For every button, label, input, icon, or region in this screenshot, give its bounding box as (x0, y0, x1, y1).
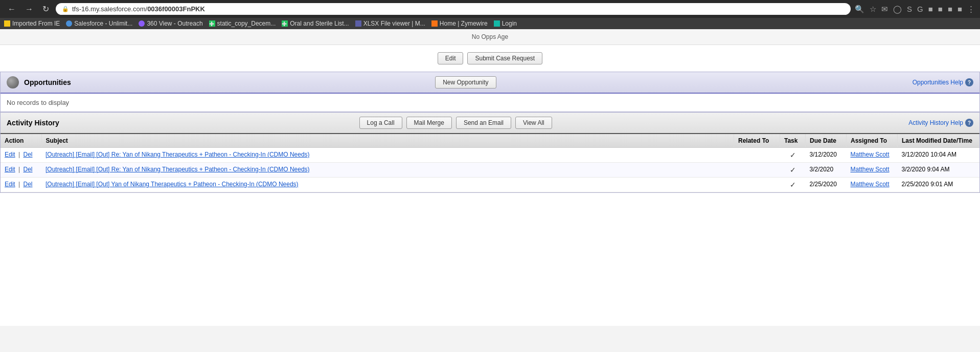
del-link[interactable]: Del (24, 181, 33, 188)
row-due-date: 2/25/2020 (806, 178, 847, 192)
new-opportunity-button[interactable]: New Opportunity (435, 76, 496, 89)
assigned-to-link[interactable]: Matthew Scott (851, 181, 890, 188)
row-subject: [Outreach] [Email] [Out] Yan of Nikang T… (41, 178, 734, 192)
col-header-subject: Subject (41, 134, 734, 148)
action-separator: | (18, 151, 20, 158)
bookmark-360view[interactable]: 360 View - Outreach (139, 20, 202, 27)
bookmark-icon-imported (4, 20, 10, 27)
action-buttons-section: Edit Submit Case Request (0, 45, 980, 72)
log-call-button[interactable]: Log a Call (359, 117, 402, 129)
task-checkmark: ✓ (790, 151, 796, 159)
opportunities-body: No records to display (1, 94, 979, 112)
address-bar[interactable]: 🔒 tfs-16.my.salesforce.com/0036f00003FnP… (56, 3, 851, 15)
subject-link[interactable]: [Outreach] [Email] [Out] Yan of Nikang T… (45, 181, 299, 188)
table-row: Edit | Del [Outreach] [Email] [Out] Yan … (1, 178, 979, 192)
bookmark-zymewire[interactable]: Home | Zymewire (431, 20, 488, 27)
no-records-text: No records to display (7, 99, 69, 106)
ext-icon-3[interactable]: ■ (948, 5, 952, 14)
back-button[interactable]: ← (5, 4, 18, 15)
action-separator: | (18, 181, 20, 188)
assigned-to-link[interactable]: Matthew Scott (851, 166, 890, 173)
top-bar: No Opps Age (0, 29, 980, 45)
bookmark-static-copy[interactable]: ✚ static_copy_Decem... (209, 20, 276, 27)
url-display: tfs-16.my.salesforce.com/0036f00003FnPKK (72, 5, 205, 13)
edit-link[interactable]: Edit (5, 181, 15, 188)
opportunities-title: Opportunities (24, 78, 430, 86)
subject-link[interactable]: [Outreach] [Email] [Out] Re: Yan of Nika… (45, 166, 310, 173)
row-task: ✓ (780, 178, 806, 192)
row-assigned-to: Matthew Scott (847, 178, 898, 192)
ext-icon-4[interactable]: ■ (958, 5, 962, 14)
del-link[interactable]: Del (24, 151, 33, 158)
row-action-links: Edit | Del (1, 178, 41, 192)
opportunities-help-link[interactable]: Opportunities Help ? (913, 78, 973, 86)
bookmark-oral-sterile[interactable]: ✚ Oral and Sterile List... (282, 20, 349, 27)
task-checkmark: ✓ (790, 181, 796, 189)
col-header-modified: Last Modified Date/Time (898, 134, 979, 148)
assigned-to-link[interactable]: Matthew Scott (851, 151, 890, 158)
mail-merge-button[interactable]: Mail Merge (406, 117, 452, 129)
bookmark-icon-login (494, 20, 500, 27)
page-content: No Opps Age Edit Submit Case Request Opp… (0, 29, 980, 326)
col-header-assigned: Assigned To (847, 134, 898, 148)
col-header-duedate: Due Date (806, 134, 847, 148)
edit-link[interactable]: Edit (5, 166, 15, 173)
activity-history-section: Activity History Log a Call Mail Merge S… (0, 112, 980, 193)
edit-link[interactable]: Edit (5, 151, 15, 158)
opportunities-header: Opportunities New Opportunity Opportunit… (1, 72, 979, 94)
row-subject: [Outreach] [Email] [Out] Re: Yan of Nika… (41, 148, 734, 163)
row-last-modified: 2/25/2020 9:01 AM (898, 178, 979, 192)
task-checkmark: ✓ (790, 166, 796, 174)
browser-toolbar-icons: 🔍 ☆ ✉ ◯ S G ■ ■ ■ ■ ⋮ (855, 5, 975, 14)
activity-history-title: Activity History (7, 119, 355, 127)
submit-case-button[interactable]: Submit Case Request (467, 52, 542, 64)
row-task: ✓ (780, 163, 806, 178)
ext-icon-1[interactable]: ■ (928, 5, 933, 14)
row-related-to (734, 163, 780, 178)
bookmark-icon-oral: ✚ (282, 20, 288, 27)
table-header: Action Subject Related To Task Due Date … (1, 134, 979, 148)
del-link[interactable]: Del (24, 166, 33, 173)
col-header-action: Action (1, 134, 41, 148)
activity-history-header: Activity History Log a Call Mail Merge S… (1, 113, 979, 134)
bookmark-icon[interactable]: ☆ (870, 5, 876, 14)
row-task: ✓ (780, 148, 806, 163)
row-subject: [Outreach] [Email] [Out] Re: Yan of Nika… (41, 163, 734, 178)
search-icon[interactable]: 🔍 (855, 5, 864, 14)
table-body: Edit | Del [Outreach] [Email] [Out] Re: … (1, 148, 979, 192)
send-email-button[interactable]: Send an Email (456, 117, 511, 129)
no-opps-age-label: No Opps Age (472, 33, 508, 40)
row-assigned-to: Matthew Scott (847, 163, 898, 178)
table-row: Edit | Del [Outreach] [Email] [Out] Re: … (1, 163, 979, 178)
bookmark-imported[interactable]: Imported From IE (4, 20, 60, 27)
opportunities-help-icon: ? (965, 78, 973, 86)
browser-chrome: ← → ↻ 🔒 tfs-16.my.salesforce.com/0036f00… (0, 0, 980, 18)
forward-button[interactable]: → (22, 4, 36, 15)
row-related-to (734, 148, 780, 163)
edit-button[interactable]: Edit (438, 52, 464, 64)
menu-icon[interactable]: ⋮ (967, 5, 975, 14)
opportunities-section: Opportunities New Opportunity Opportunit… (0, 72, 980, 112)
bookmark-salesforce[interactable]: Salesforce - Unlimit... (66, 20, 132, 27)
row-related-to (734, 178, 780, 192)
subject-link[interactable]: [Outreach] [Email] [Out] Re: Yan of Nika… (45, 151, 310, 158)
ext-icon-2[interactable]: ■ (938, 5, 943, 14)
row-last-modified: 3/2/2020 9:04 AM (898, 163, 979, 178)
mail-icon[interactable]: ✉ (881, 5, 888, 14)
view-all-button[interactable]: View All (515, 117, 552, 129)
skype-icon[interactable]: S (907, 5, 912, 14)
circle-icon-1[interactable]: ◯ (893, 5, 902, 14)
col-header-related: Related To (734, 134, 780, 148)
row-due-date: 3/12/2020 (806, 148, 847, 163)
bookmark-icon-xlsx (355, 20, 361, 27)
g-icon[interactable]: G (917, 5, 923, 14)
row-due-date: 3/2/2020 (806, 163, 847, 178)
activity-history-help-link[interactable]: Activity History Help ? (908, 119, 973, 127)
row-assigned-to: Matthew Scott (847, 148, 898, 163)
reload-button[interactable]: ↻ (40, 3, 52, 15)
bookmark-icon-static: ✚ (209, 20, 215, 27)
activity-history-table: Action Subject Related To Task Due Date … (1, 134, 979, 192)
bookmark-login[interactable]: Login (494, 20, 517, 27)
bookmark-xlsx[interactable]: XLSX File viewer | M... (355, 20, 425, 27)
col-header-task: Task (780, 134, 806, 148)
